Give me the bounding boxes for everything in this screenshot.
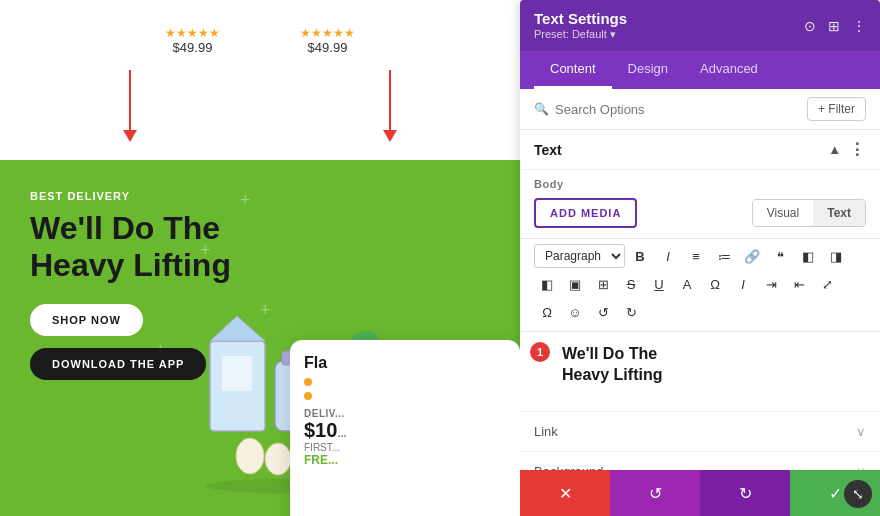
text-section-header: Text ▲ ⋮ — [520, 130, 880, 170]
chevron-up-icon[interactable]: ▲ — [828, 142, 841, 157]
link-chevron-icon: ∨ — [856, 424, 866, 439]
text-color-btn[interactable]: A — [674, 271, 700, 297]
free-text: FRE... — [304, 453, 506, 467]
bold-btn[interactable]: B — [627, 243, 653, 269]
editor-toolbar: Paragraph B I ≡ ≔ 🔗 ❝ ◧ ◨ ◧ ▣ ⊞ S U A Ω … — [520, 238, 880, 332]
cancel-button[interactable]: ✕ — [520, 470, 610, 516]
more-options-icon[interactable]: ⋮ — [852, 18, 866, 34]
underline-btn[interactable]: U — [646, 271, 672, 297]
price-2: $49.99 — [300, 40, 355, 55]
delivery-label: DELIV... — [304, 408, 506, 419]
delivery-price: $10... — [304, 419, 506, 442]
panel-header: Text Settings Preset: Default ▾ ⊙ ⊞ ⋮ — [520, 0, 880, 51]
grocery-item-2 — [304, 392, 506, 400]
panel-header-icons: ⊙ ⊞ ⋮ — [804, 18, 866, 34]
panel-title-area: Text Settings Preset: Default ▾ — [534, 10, 627, 41]
visual-text-toggle: Visual Text — [752, 199, 866, 227]
svg-point-13 — [265, 443, 291, 475]
align-right-btn[interactable]: ◨ — [823, 243, 849, 269]
align-center-btn[interactable]: ▣ — [562, 271, 588, 297]
hero-section: + + + + + BEST DELIVERY We'll Do The Hea… — [0, 160, 520, 516]
body-label: Body — [520, 170, 880, 194]
section-icons: ▲ ⋮ — [828, 140, 866, 159]
add-media-button[interactable]: ADD MEDIA — [534, 198, 637, 228]
italic2-btn[interactable]: I — [730, 271, 756, 297]
tab-content[interactable]: Content — [534, 51, 612, 89]
toolbar-row-3: Ω ☺ ↺ ↻ — [534, 299, 866, 325]
special-char-btn[interactable]: Ω — [534, 299, 560, 325]
add-media-section: ADD MEDIA Visual Text — [520, 194, 880, 238]
section-title-text: Text — [534, 142, 562, 158]
paragraph-select[interactable]: Paragraph — [534, 244, 625, 268]
price-1: $49.99 — [165, 40, 220, 55]
arrow-left — [123, 70, 137, 142]
indent-btn[interactable]: ⇥ — [758, 271, 784, 297]
editor-text[interactable]: We'll Do The Heavy Lifting — [534, 344, 866, 386]
strikethrough-btn[interactable]: S — [618, 271, 644, 297]
settings-panel: Text Settings Preset: Default ▾ ⊙ ⊞ ⋮ Co… — [520, 0, 880, 516]
shop-now-button[interactable]: SHOP NOW — [30, 304, 143, 336]
ordered-list-btn[interactable]: ≔ — [711, 243, 737, 269]
editor-content[interactable]: 1 We'll Do The Heavy Lifting — [520, 332, 880, 412]
product-item-2: ★★★★★ $49.99 — [300, 26, 355, 55]
tab-advanced[interactable]: Advanced — [684, 51, 774, 89]
panel-preset[interactable]: Preset: Default ▾ — [534, 28, 627, 41]
search-icon: 🔍 — [534, 102, 549, 116]
toolbar-row-2: ◧ ▣ ⊞ S U A Ω I ⇥ ⇤ ⤢ — [534, 271, 866, 297]
fullscreen-btn[interactable]: ⤢ — [814, 271, 840, 297]
grocery-card-title: Flavors — [304, 354, 506, 372]
blockquote-btn[interactable]: ❝ — [767, 243, 793, 269]
undo-editor-btn[interactable]: ↺ — [590, 299, 616, 325]
visual-toggle-btn[interactable]: Visual — [753, 200, 813, 226]
link-section[interactable]: Link ∨ — [520, 412, 880, 452]
align-left2-btn[interactable]: ◧ — [534, 271, 560, 297]
panel-footer: ✕ ↺ ↻ ✓ — [520, 470, 880, 516]
undo-button[interactable]: ↺ — [610, 470, 700, 516]
redo-editor-btn[interactable]: ↻ — [618, 299, 644, 325]
align-left-btn[interactable]: ◧ — [795, 243, 821, 269]
background-section[interactable]: Background ∨ — [520, 452, 880, 470]
table-btn[interactable]: ⊞ — [590, 271, 616, 297]
arrow-indicators — [0, 70, 520, 170]
italic-btn[interactable]: I — [655, 243, 681, 269]
clear-format-btn[interactable]: Ω — [702, 271, 728, 297]
unordered-list-btn[interactable]: ≡ — [683, 243, 709, 269]
hero-badge: BEST DELIVERY — [30, 190, 490, 202]
stars-2: ★★★★★ — [300, 26, 355, 40]
grocery-item-1 — [304, 378, 506, 386]
tab-design[interactable]: Design — [612, 51, 684, 89]
columns-icon[interactable]: ⊞ — [828, 18, 840, 34]
svg-point-12 — [236, 438, 264, 474]
panel-title: Text Settings — [534, 10, 627, 27]
search-input-wrap: 🔍 — [534, 102, 807, 117]
search-input[interactable] — [555, 102, 807, 117]
grocery-card: Flavors DELIV... $10... FIRST... FRE... — [290, 340, 520, 516]
search-bar: 🔍 + Filter — [520, 89, 880, 130]
outdent-btn[interactable]: ⇤ — [786, 271, 812, 297]
emoji-btn[interactable]: ☺ — [562, 299, 588, 325]
product-item-1: ★★★★★ $49.99 — [165, 26, 220, 55]
preview-panel: ★★★★★ $49.99 ★★★★★ $49.99 + + + + + BEST… — [0, 0, 520, 516]
filter-button[interactable]: + Filter — [807, 97, 866, 121]
product-section: ★★★★★ $49.99 ★★★★★ $49.99 — [0, 0, 520, 80]
toolbar-row-1: Paragraph B I ≡ ≔ 🔗 ❝ ◧ ◨ — [534, 243, 866, 269]
redo-button[interactable]: ↻ — [700, 470, 790, 516]
editor-number-badge: 1 — [530, 342, 550, 362]
target-icon[interactable]: ⊙ — [804, 18, 816, 34]
link-label: Link — [534, 424, 558, 439]
download-app-button[interactable]: DOWNLOAD THE APP — [30, 348, 206, 380]
link-btn[interactable]: 🔗 — [739, 243, 765, 269]
corner-resize-icon[interactable]: ⤡ — [844, 480, 872, 508]
arrow-right — [383, 70, 397, 142]
delivery-info: DELIV... $10... FIRST... FRE... — [304, 408, 506, 467]
panel-tabs: Content Design Advanced — [520, 51, 880, 89]
panel-body: Text ▲ ⋮ Body ADD MEDIA Visual Text Para… — [520, 130, 880, 470]
stars-1: ★★★★★ — [165, 26, 220, 40]
hero-title: We'll Do The Heavy Lifting — [30, 210, 490, 284]
section-more-icon[interactable]: ⋮ — [849, 140, 866, 159]
text-toggle-btn[interactable]: Text — [813, 200, 865, 226]
